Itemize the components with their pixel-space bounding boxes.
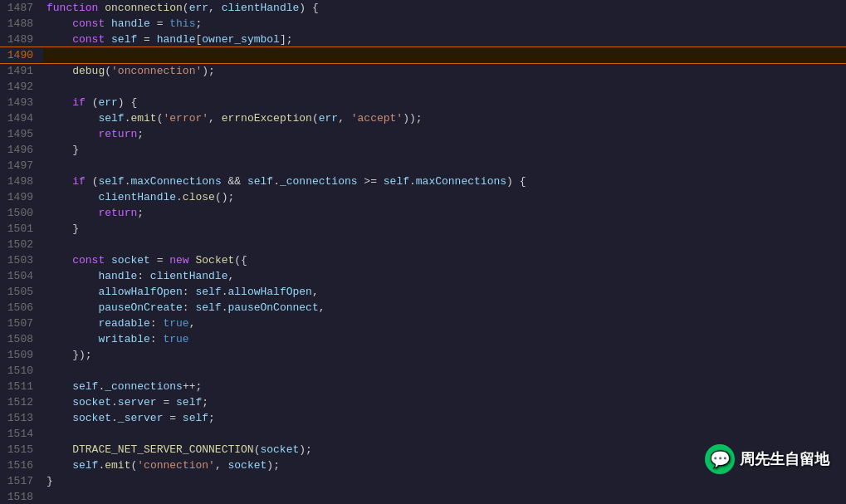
table-row: 1500 return; xyxy=(0,205,846,221)
token-var: self xyxy=(384,175,409,188)
line-number: 1502 xyxy=(0,237,43,252)
table-row: 1508 writable: true xyxy=(0,331,846,347)
token-plain: : xyxy=(137,270,150,282)
table-row: 1497 xyxy=(0,158,846,174)
token-var: self xyxy=(176,396,202,409)
token-prop: writable xyxy=(98,333,149,345)
code-line: clientHandle.close(); xyxy=(43,189,846,205)
token-plain xyxy=(46,223,72,235)
token-kw: const xyxy=(72,254,105,267)
code-line: socket._server = self; xyxy=(43,410,846,426)
line-number: 1495 xyxy=(0,126,43,142)
token-plain: , xyxy=(312,286,319,298)
token-var: err xyxy=(189,2,208,14)
table-row: 1502 xyxy=(0,237,846,252)
line-number: 1494 xyxy=(0,110,43,126)
token-var: socket xyxy=(228,459,267,472)
token-var: self xyxy=(72,380,98,393)
code-line: if (err) { xyxy=(43,95,846,110)
token-kw-blue: true xyxy=(163,317,188,330)
code-line xyxy=(43,489,846,504)
token-plain xyxy=(46,301,98,314)
token-fn: DTRACE_NET_SERVER_CONNECTION xyxy=(72,443,253,456)
token-plain: , xyxy=(189,317,196,330)
line-number: 1504 xyxy=(0,268,43,284)
token-plain: ; xyxy=(208,412,215,424)
line-number: 1516 xyxy=(0,458,43,473)
token-plain: ( xyxy=(183,2,189,14)
line-number: 1514 xyxy=(0,426,43,442)
code-line: debug('onconnection'); xyxy=(43,63,846,79)
line-number: 1490 xyxy=(0,47,43,63)
token-plain: ( xyxy=(86,175,99,188)
token-plain: . xyxy=(273,175,280,188)
table-row: 1495 return; xyxy=(0,126,846,142)
token-plain xyxy=(46,128,98,140)
table-row: 1499 clientHandle.close(); xyxy=(0,189,846,205)
token-plain: . xyxy=(111,396,118,409)
token-kw-blue: true xyxy=(163,333,188,345)
token-plain: , xyxy=(208,112,222,125)
token-plain: )); xyxy=(403,112,422,125)
token-plain: ); xyxy=(267,459,280,472)
token-plain xyxy=(46,459,72,472)
token-prop: maxConnections xyxy=(130,175,221,188)
token-prop: _connections xyxy=(280,175,358,188)
table-row: 1493 if (err) { xyxy=(0,95,846,110)
token-prop: _server xyxy=(118,412,164,424)
token-fn: errnoException xyxy=(222,112,312,125)
token-prop: _connections xyxy=(105,380,183,393)
table-row: 1489 const self = handle[owner_symbol]; xyxy=(0,32,846,47)
line-number: 1513 xyxy=(0,410,43,426)
table-row: 1513 socket._server = self; xyxy=(0,410,846,426)
token-plain: ) { xyxy=(118,96,137,109)
token-str: 'connection' xyxy=(137,459,215,472)
code-line: }); xyxy=(43,347,846,363)
token-plain xyxy=(46,254,72,267)
code-line: const handle = this; xyxy=(43,16,846,32)
token-plain: , xyxy=(319,301,325,314)
token-fn: onconnection xyxy=(105,2,183,14)
table-row: 1498 if (self.maxConnections && self._co… xyxy=(0,174,846,189)
token-plain: ) { xyxy=(299,2,318,14)
token-var: self xyxy=(195,286,221,298)
token-plain: , xyxy=(338,112,351,125)
line-number: 1518 xyxy=(0,489,43,504)
line-number: 1487 xyxy=(0,0,43,16)
table-row: 1505 allowHalfOpen: self.allowHalfOpen, xyxy=(0,284,846,300)
token-var: handle xyxy=(157,33,196,46)
table-row: 1490 xyxy=(0,47,846,63)
token-str: 'onconnection' xyxy=(111,65,202,77)
token-kw: return xyxy=(98,207,137,219)
token-plain: ; xyxy=(195,17,202,30)
table-row: 1496 } xyxy=(0,142,846,158)
token-fn: emit xyxy=(130,112,156,125)
code-line: writable: true xyxy=(43,331,846,347)
line-number: 1500 xyxy=(0,205,43,221)
table-row: 1501 } xyxy=(0,221,846,237)
watermark-text: 周先生自留地 xyxy=(740,449,829,469)
token-var: self xyxy=(72,459,98,472)
token-plain xyxy=(46,412,72,424)
token-plain xyxy=(46,270,98,282)
token-var: self xyxy=(98,112,124,125)
token-plain xyxy=(46,175,72,188)
token-fn: debug xyxy=(72,65,105,77)
token-plain: . xyxy=(176,191,183,203)
token-prop: allowHalfOpen xyxy=(227,286,311,298)
token-plain xyxy=(105,33,111,46)
token-plain xyxy=(46,286,98,298)
token-plain: ; xyxy=(202,396,208,409)
line-number: 1510 xyxy=(0,363,43,379)
code-line: readable: true, xyxy=(43,316,846,331)
line-number: 1512 xyxy=(0,394,43,410)
token-plain: ); xyxy=(299,443,312,456)
token-plain xyxy=(46,207,98,219)
token-kw: return xyxy=(98,128,137,140)
token-var: self xyxy=(195,301,221,314)
token-kw: function xyxy=(46,2,98,14)
token-plain: . xyxy=(409,175,416,188)
line-number: 1501 xyxy=(0,221,43,237)
code-line: } xyxy=(43,142,846,158)
token-var: self xyxy=(111,33,137,46)
